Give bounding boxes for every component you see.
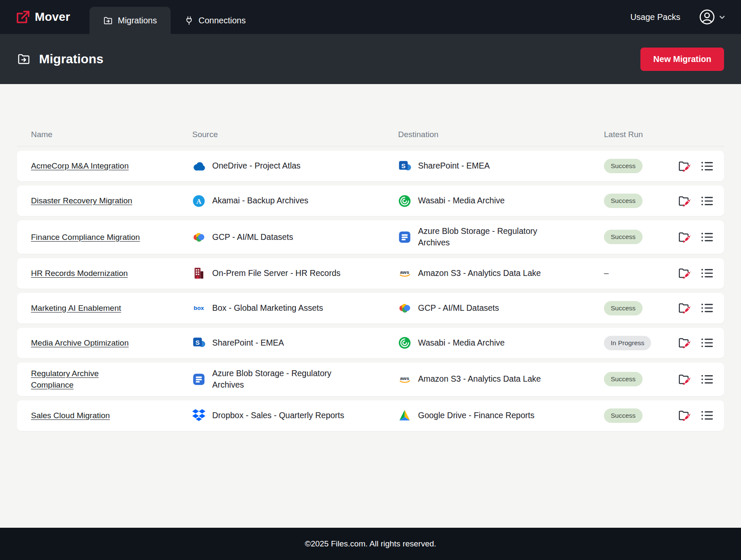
account-menu[interactable] bbox=[699, 9, 726, 25]
tab-connections[interactable]: Connections bbox=[171, 7, 259, 34]
row-actions bbox=[678, 373, 714, 386]
gcp-icon bbox=[398, 301, 411, 315]
folder-migration-icon bbox=[103, 16, 113, 25]
column-header-source: Source bbox=[192, 130, 398, 139]
logs-button[interactable] bbox=[701, 409, 714, 422]
tab-migrations[interactable]: Migrations bbox=[90, 7, 170, 34]
box-icon: box bbox=[192, 301, 205, 315]
source-cell: Dropbox - Sales - Quarterly Reports bbox=[192, 409, 398, 422]
page-title: Migrations bbox=[39, 52, 104, 66]
run-migration-icon bbox=[678, 337, 691, 349]
new-migration-button[interactable]: New Migration bbox=[640, 48, 724, 71]
svg-text:S: S bbox=[401, 162, 405, 169]
row-actions bbox=[678, 195, 714, 207]
svg-text:S: S bbox=[195, 339, 199, 346]
migration-name-link[interactable]: AcmeCorp M&A Integration bbox=[31, 160, 129, 172]
usage-packs-link[interactable]: Usage Packs bbox=[630, 12, 680, 22]
migration-name-link[interactable]: Regulatory Archive Compliance bbox=[31, 368, 142, 391]
status-badge: Success bbox=[604, 372, 643, 386]
destination-cell: GCP - AI/ML Datasets bbox=[398, 301, 604, 315]
logs-icon bbox=[701, 267, 714, 279]
logs-button[interactable] bbox=[701, 195, 714, 207]
row-actions bbox=[678, 337, 714, 349]
logs-icon bbox=[701, 337, 714, 349]
destination-label: Wasabi - Media Archive bbox=[418, 337, 505, 349]
logs-button[interactable] bbox=[701, 337, 714, 349]
latest-run-cell: Success bbox=[604, 408, 678, 423]
run-migration-button[interactable] bbox=[678, 160, 691, 172]
logs-button[interactable] bbox=[701, 302, 714, 314]
logs-icon bbox=[701, 302, 714, 314]
destination-label: SharePoint - EMEA bbox=[418, 160, 490, 172]
gcp-icon bbox=[192, 231, 205, 244]
chevron-down-icon bbox=[719, 14, 726, 21]
migration-row: Marketing AI EnablementboxBox - Global M… bbox=[17, 293, 724, 324]
logs-button[interactable] bbox=[701, 160, 714, 172]
svg-text:A: A bbox=[196, 197, 202, 205]
migration-row: Regulatory Archive ComplianceAzure Blob … bbox=[17, 363, 724, 396]
destination-cell: Wasabi - Media Archive bbox=[398, 194, 604, 208]
copyright-text: ©2025 Files.com. All rights reserved. bbox=[305, 539, 436, 549]
migration-name-link[interactable]: Finance Compliance Migration bbox=[31, 231, 140, 243]
migration-name-link[interactable]: Marketing AI Enablement bbox=[31, 302, 121, 314]
migrations-table-body: AcmeCorp M&A IntegrationOneDrive - Proje… bbox=[17, 151, 724, 431]
run-migration-button[interactable] bbox=[678, 231, 691, 243]
logs-button[interactable] bbox=[701, 231, 714, 243]
page-footer: ©2025 Files.com. All rights reserved. bbox=[0, 528, 741, 560]
onprem-server-icon bbox=[192, 267, 205, 280]
migration-row: AcmeCorp M&A IntegrationOneDrive - Proje… bbox=[17, 151, 724, 181]
latest-run-cell: – bbox=[604, 268, 678, 278]
migration-name-link[interactable]: Media Archive Optimization bbox=[31, 337, 129, 349]
migration-row: HR Records ModernizationOn-Prem File Ser… bbox=[17, 258, 724, 289]
logs-button[interactable] bbox=[701, 373, 714, 386]
source-label: On-Prem File Server - HR Records bbox=[212, 267, 340, 279]
name-cell: Regulatory Archive Compliance bbox=[31, 368, 192, 391]
name-cell: Marketing AI Enablement bbox=[31, 302, 192, 314]
run-migration-button[interactable] bbox=[678, 302, 691, 314]
mover-logo-icon bbox=[15, 9, 31, 25]
source-label: Box - Global Marketing Assets bbox=[212, 302, 323, 314]
migration-name-link[interactable]: Sales Cloud Migration bbox=[31, 410, 110, 422]
source-label: SharePoint - EMEA bbox=[212, 337, 284, 349]
brand[interactable]: Mover bbox=[15, 9, 70, 25]
logs-icon bbox=[701, 409, 714, 422]
row-actions bbox=[678, 160, 714, 172]
name-cell: Disaster Recovery Migration bbox=[31, 195, 192, 207]
source-cell: SSharePoint - EMEA bbox=[192, 336, 398, 349]
run-migration-button[interactable] bbox=[678, 195, 691, 207]
folder-migration-icon bbox=[17, 52, 31, 66]
status-badge: Success bbox=[604, 230, 643, 244]
latest-run-empty: – bbox=[604, 268, 609, 278]
latest-run-cell: Success bbox=[604, 301, 678, 315]
brand-name: Mover bbox=[35, 10, 70, 24]
sharepoint-icon: S bbox=[192, 336, 205, 349]
akamai-icon: A bbox=[192, 194, 205, 208]
tab-label: Migrations bbox=[118, 16, 157, 25]
destination-label: Wasabi - Media Archive bbox=[418, 195, 505, 206]
status-badge: Success bbox=[604, 408, 643, 423]
destination-label: Amazon S3 - Analytics Data Lake bbox=[418, 373, 541, 385]
migration-name-link[interactable]: Disaster Recovery Migration bbox=[31, 195, 132, 207]
run-migration-icon bbox=[678, 195, 691, 207]
svg-text:box: box bbox=[194, 305, 204, 311]
aws-icon: aws bbox=[398, 373, 411, 386]
source-label: Dropbox - Sales - Quarterly Reports bbox=[212, 410, 344, 421]
row-actions bbox=[678, 302, 714, 314]
run-migration-button[interactable] bbox=[678, 373, 691, 386]
run-migration-icon bbox=[678, 302, 691, 314]
source-label: Akamai - Backup Archives bbox=[212, 195, 309, 206]
table-header: Name Source Destination Latest Run bbox=[17, 130, 724, 146]
latest-run-cell: Success bbox=[604, 194, 678, 208]
run-migration-icon bbox=[678, 267, 691, 279]
source-cell: boxBox - Global Marketing Assets bbox=[192, 301, 398, 315]
destination-label: GCP - AI/ML Datasets bbox=[418, 302, 499, 314]
run-migration-button[interactable] bbox=[678, 409, 691, 422]
name-cell: Sales Cloud Migration bbox=[31, 410, 192, 422]
source-label: GCP - AI/ML Datasets bbox=[212, 231, 293, 243]
migration-name-link[interactable]: HR Records Modernization bbox=[31, 267, 128, 279]
logs-button[interactable] bbox=[701, 267, 714, 279]
run-migration-button[interactable] bbox=[678, 267, 691, 279]
run-migration-button[interactable] bbox=[678, 337, 691, 349]
nav-tabs: Migrations Connections bbox=[90, 0, 259, 34]
nav-right: Usage Packs bbox=[630, 9, 726, 25]
